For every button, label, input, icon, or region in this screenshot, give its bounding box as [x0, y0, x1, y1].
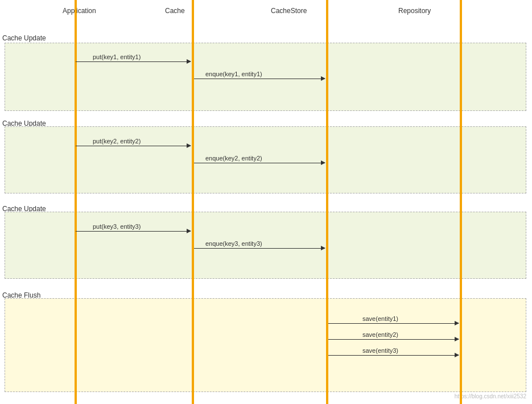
arrow-save-entity1: save(entity1) [328, 323, 459, 324]
header-cache: Cache [165, 7, 185, 15]
arrow-enque-key1: enque(key1, entity1) [194, 79, 325, 79]
arrow-put-key1: put(key1, entity1) [76, 61, 191, 62]
act-box-cachestore-4 [193, 298, 327, 392]
lifeline-application [75, 0, 77, 404]
watermark: https://blog.csdn.net/xiii2532 [455, 393, 526, 399]
arrow-enque-key2: enque(key2, entity2) [194, 163, 325, 163]
header-cachestore: CacheStore [271, 7, 307, 15]
act-box-repo-3 [327, 212, 526, 279]
arrow-enque-key3: enque(key3, entity3) [194, 248, 325, 249]
act-box-cache-4 [76, 298, 193, 392]
act-box-repo-4 [327, 298, 526, 392]
act-box-cache-3 [76, 212, 193, 279]
arrow-put-key3: put(key3, entity3) [76, 231, 191, 232]
act-box-cache-1 [76, 43, 193, 111]
header-row: Application Cache CacheStore Repository [0, 0, 532, 17]
act-box-repo-2 [327, 126, 526, 193]
arrow-put-key2: put(key2, entity2) [76, 146, 191, 146]
act-box-repo-1 [327, 43, 526, 111]
lifeline-repository [460, 0, 462, 404]
lifeline-cachestore [326, 0, 328, 404]
diagram-container: Application Cache CacheStore Repository … [0, 0, 532, 404]
section-label-0: Cache Update [2, 34, 46, 42]
header-application: Application [63, 7, 96, 15]
act-box-app-3 [5, 212, 77, 279]
arrow-save-entity3: save(entity3) [328, 355, 459, 356]
act-box-app-2 [5, 126, 77, 193]
act-box-cache-2 [76, 126, 193, 193]
act-box-app-4 [5, 298, 77, 392]
lifeline-cache [192, 0, 194, 404]
header-repository: Repository [398, 7, 431, 15]
arrow-save-entity2: save(entity2) [328, 339, 459, 340]
act-box-app-1 [5, 43, 77, 111]
